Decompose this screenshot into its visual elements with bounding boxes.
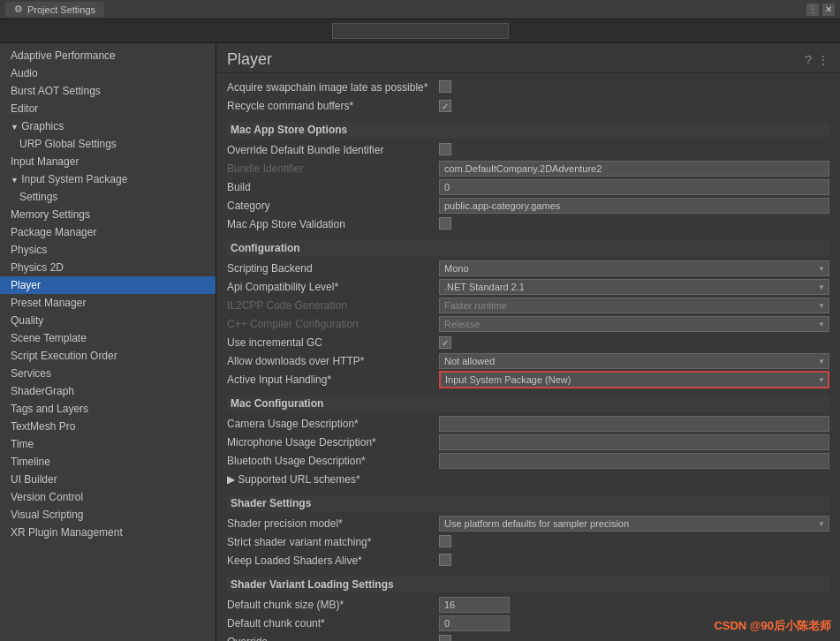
default-chunk-size-value xyxy=(439,597,829,613)
recycle-buffers-value xyxy=(439,100,829,113)
recycle-buffers-label: Recycle command buffers* xyxy=(227,100,439,112)
row-override-bundle: Override Default Bundle Identifier xyxy=(227,141,829,159)
strict-shader-value xyxy=(439,535,829,550)
sidebar-item-adaptive-performance[interactable]: Adaptive Performance xyxy=(0,47,216,64)
override-bundle-checkbox[interactable] xyxy=(439,143,451,155)
sidebar-item-package-manager[interactable]: Package Manager xyxy=(0,223,216,241)
build-input[interactable] xyxy=(439,179,829,195)
bluetooth-usage-input[interactable] xyxy=(439,453,829,469)
sidebar-item-script-execution[interactable]: Script Execution Order xyxy=(0,347,216,365)
incremental-gc-checkbox[interactable] xyxy=(439,336,451,349)
scripting-backend-value: Mono IL2CPP xyxy=(439,260,829,276)
shader-settings-header: Shader Settings xyxy=(227,495,829,511)
title-bar-label: Project Settings xyxy=(27,4,95,15)
override-checkbox[interactable] xyxy=(439,635,451,642)
search-input[interactable] xyxy=(332,23,509,39)
sidebar-item-physics-2d[interactable]: Physics 2D xyxy=(0,259,216,276)
row-recycle-buffers: Recycle command buffers* xyxy=(227,97,829,115)
il2cpp-code-gen-label: IL2CPP Code Generation xyxy=(227,299,439,312)
row-supported-url: ▶ Supported URL schemes* xyxy=(227,471,829,488)
downloads-http-value: Not allowed Allowed in development build… xyxy=(439,353,829,369)
sidebar-item-textmesh-pro[interactable]: TextMesh Pro xyxy=(0,418,216,435)
row-override: Override xyxy=(227,633,829,641)
bluetooth-usage-value xyxy=(439,453,829,469)
mac-validation-checkbox[interactable] xyxy=(439,217,451,230)
strict-shader-label: Strict shader variant matching* xyxy=(227,536,439,548)
sidebar-item-shader-graph[interactable]: ShaderGraph xyxy=(0,382,216,400)
arrow-icon: ▼ xyxy=(11,176,19,185)
cpp-compiler-label: C++ Compiler Configuration xyxy=(227,318,439,330)
acquire-swapchain-checkbox[interactable] xyxy=(439,80,451,93)
close-btn[interactable]: ✕ xyxy=(822,4,835,16)
row-build: Build xyxy=(227,178,829,196)
shader-precision-select[interactable]: Use platform defaults for sampler precis… xyxy=(439,516,829,532)
sidebar-item-visual-scripting[interactable]: Visual Scripting xyxy=(0,506,216,524)
row-mac-validation: Mac App Store Validation xyxy=(227,215,829,233)
sidebar-item-quality[interactable]: Quality xyxy=(0,312,216,329)
row-cpp-compiler: C++ Compiler Configuration Release xyxy=(227,315,829,333)
default-chunk-count-input[interactable] xyxy=(439,615,510,631)
bundle-id-input[interactable] xyxy=(439,161,829,177)
sidebar-item-ui-builder[interactable]: UI Builder xyxy=(0,471,216,488)
sidebar-item-input-manager[interactable]: Input Manager xyxy=(0,153,216,170)
il2cpp-code-gen-select[interactable]: Faster runtime xyxy=(439,298,829,313)
camera-usage-input[interactable] xyxy=(439,416,829,432)
default-chunk-count-label: Default chunk count* xyxy=(227,617,439,630)
default-chunk-size-input[interactable] xyxy=(439,597,510,613)
sidebar-item-version-control[interactable]: Version Control xyxy=(0,488,216,506)
sidebar-item-services[interactable]: Services xyxy=(0,365,216,382)
category-value xyxy=(439,198,829,214)
sidebar-item-input-system[interactable]: ▼ Input System Package xyxy=(0,170,216,188)
default-chunk-size-label: Default chunk size (MB)* xyxy=(227,599,439,611)
sidebar-item-settings[interactable]: Settings xyxy=(0,188,216,206)
active-input-select[interactable]: Input System Package (New) Input Manager… xyxy=(439,371,829,388)
sidebar-item-tags-and-layers[interactable]: Tags and Layers xyxy=(0,400,216,418)
sidebar-item-memory[interactable]: Memory Settings xyxy=(0,206,216,223)
cpp-compiler-value: Release xyxy=(439,316,829,332)
sidebar-item-timeline[interactable]: Timeline xyxy=(0,453,216,471)
content-area: Player ? ⋮ Acquire swapchain image late … xyxy=(216,43,840,641)
menu-button[interactable]: ⋮ xyxy=(817,53,829,67)
api-compat-select[interactable]: .NET Standard 2.1 .NET 4.x xyxy=(439,279,829,295)
sidebar-item-scene-template[interactable]: Scene Template xyxy=(0,329,216,347)
recycle-buffers-checkbox[interactable] xyxy=(439,100,451,112)
mac-validation-label: Mac App Store Validation xyxy=(227,218,439,230)
scripting-backend-select[interactable]: Mono IL2CPP xyxy=(439,260,829,276)
microphone-usage-value xyxy=(439,434,829,450)
search-bar xyxy=(0,19,840,43)
page-title: Player xyxy=(227,50,272,69)
sidebar-item-editor[interactable]: Editor xyxy=(0,100,216,117)
sidebar-item-xr-plugin[interactable]: XR Plugin Management xyxy=(0,524,216,541)
menu-btn[interactable]: ⋮ xyxy=(806,4,819,16)
camera-usage-label: Camera Usage Description* xyxy=(227,418,439,430)
sidebar-item-audio[interactable]: Audio xyxy=(0,64,216,82)
strict-shader-checkbox[interactable] xyxy=(439,535,451,547)
sidebar-item-burst-aot[interactable]: Burst AOT Settings xyxy=(0,82,216,100)
cpp-compiler-select[interactable]: Release xyxy=(439,316,829,332)
sidebar-item-physics[interactable]: Physics xyxy=(0,241,216,259)
sidebar-item-time[interactable]: Time xyxy=(0,435,216,453)
bundle-id-value xyxy=(439,161,829,177)
microphone-usage-label: Microphone Usage Description* xyxy=(227,436,439,449)
sidebar-item-graphics[interactable]: ▼ Graphics xyxy=(0,117,216,135)
override-bundle-label: Override Default Bundle Identifier xyxy=(227,144,439,156)
keep-loaded-shaders-checkbox[interactable] xyxy=(439,554,451,566)
override-value xyxy=(439,635,829,642)
row-shader-precision: Shader precision model* Use platform def… xyxy=(227,515,829,532)
category-input[interactable] xyxy=(439,198,829,214)
row-api-compat: Api Compatibility Level* .NET Standard 2… xyxy=(227,278,829,296)
sidebar-item-urp[interactable]: URP Global Settings xyxy=(0,135,216,153)
sidebar: Adaptive Performance Audio Burst AOT Set… xyxy=(0,43,216,641)
shader-precision-value: Use platform defaults for sampler precis… xyxy=(439,516,829,532)
sidebar-item-preset-manager[interactable]: Preset Manager xyxy=(0,294,216,312)
api-compat-value: .NET Standard 2.1 .NET 4.x xyxy=(439,279,829,295)
microphone-usage-input[interactable] xyxy=(439,434,829,450)
configuration-header: Configuration xyxy=(227,240,829,256)
row-downloads-http: Allow downloads over HTTP* Not allowed A… xyxy=(227,352,829,370)
help-button[interactable]: ? xyxy=(805,53,812,67)
override-bundle-value xyxy=(439,143,829,158)
downloads-http-select[interactable]: Not allowed Allowed in development build… xyxy=(439,353,829,369)
shader-variant-header: Shader Variant Loading Settings xyxy=(227,577,829,592)
api-compat-label: Api Compatibility Level* xyxy=(227,281,439,293)
sidebar-item-player[interactable]: Player xyxy=(0,276,216,294)
